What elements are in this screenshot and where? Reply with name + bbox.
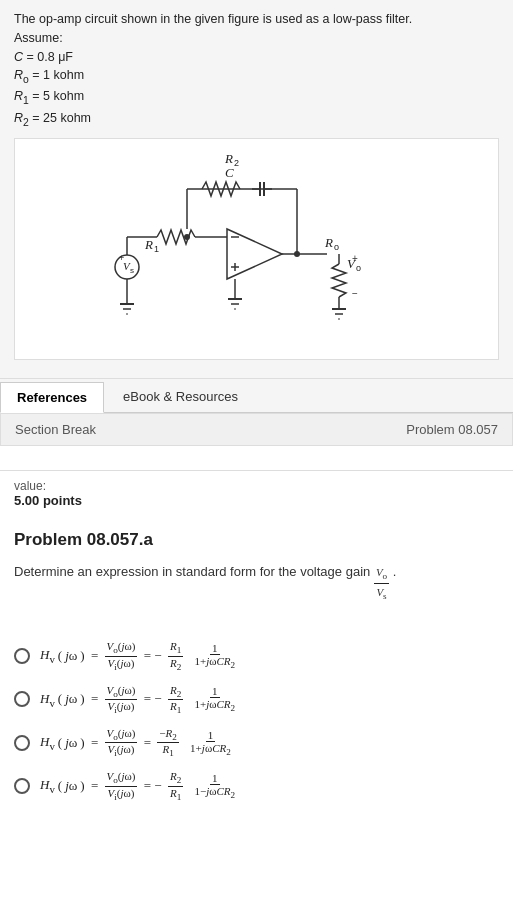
circuit-diagram: R 2 C R	[14, 138, 499, 360]
svg-text:s: s	[130, 266, 134, 275]
problem-number-label: Problem 08.057	[406, 422, 498, 437]
radio-b[interactable]	[14, 691, 30, 707]
problem-description: Determine an expression in standard form…	[0, 562, 513, 625]
svg-text:2: 2	[234, 158, 239, 168]
svg-text:1: 1	[154, 244, 159, 254]
svg-text:R: R	[224, 151, 233, 166]
problem-context: The op-amp circuit shown in the given fi…	[0, 0, 513, 379]
choice-c: Hv ( jω ) = Vo(jω) Vi(jω) = −R2 R1 1 1+j…	[14, 727, 499, 758]
radio-d[interactable]	[14, 778, 30, 794]
answer-choices: Hv ( jω ) = Vo(jω) Vi(jω) = − R1 R2 1 1+…	[0, 624, 513, 818]
value-label: value:	[14, 479, 499, 493]
choice-b: Hv ( jω ) = Vo(jω) Vi(jω) = − R2 R1 1 1+…	[14, 684, 499, 715]
choice-a: Hv ( jω ) = Vo(jω) Vi(jω) = − R1 R2 1 1+…	[14, 640, 499, 671]
radio-a[interactable]	[14, 648, 30, 664]
circuit-svg: R 2 C R	[107, 149, 407, 349]
svg-text:o: o	[334, 242, 339, 252]
section-break-bar: Section Break Problem 08.057	[0, 413, 513, 446]
tab-ebook[interactable]: eBook & Resources	[106, 381, 255, 412]
svg-text:R: R	[144, 237, 153, 252]
problem-statement: The op-amp circuit shown in the given fi…	[14, 10, 499, 130]
svg-text:−: −	[352, 288, 358, 299]
svg-text:+: +	[119, 253, 124, 263]
svg-text:C: C	[225, 165, 234, 180]
problem-title-section: Problem 08.057.a	[0, 516, 513, 562]
value-section: value: 5.00 points	[0, 470, 513, 516]
tab-references[interactable]: References	[0, 382, 104, 413]
choice-d: Hv ( jω ) = Vo(jω) Vi(jω) = − R2 R1 1 1−…	[14, 770, 499, 801]
svg-text:o: o	[356, 263, 361, 273]
svg-text:+: +	[352, 253, 358, 264]
svg-text:R: R	[324, 235, 333, 250]
section-break-label: Section Break	[15, 422, 96, 437]
radio-c[interactable]	[14, 735, 30, 751]
tabs-bar: References eBook & Resources	[0, 379, 513, 413]
problem-title: Problem 08.057.a	[14, 530, 499, 550]
points-value: 5.00 points	[14, 493, 499, 508]
svg-point-18	[184, 234, 190, 240]
